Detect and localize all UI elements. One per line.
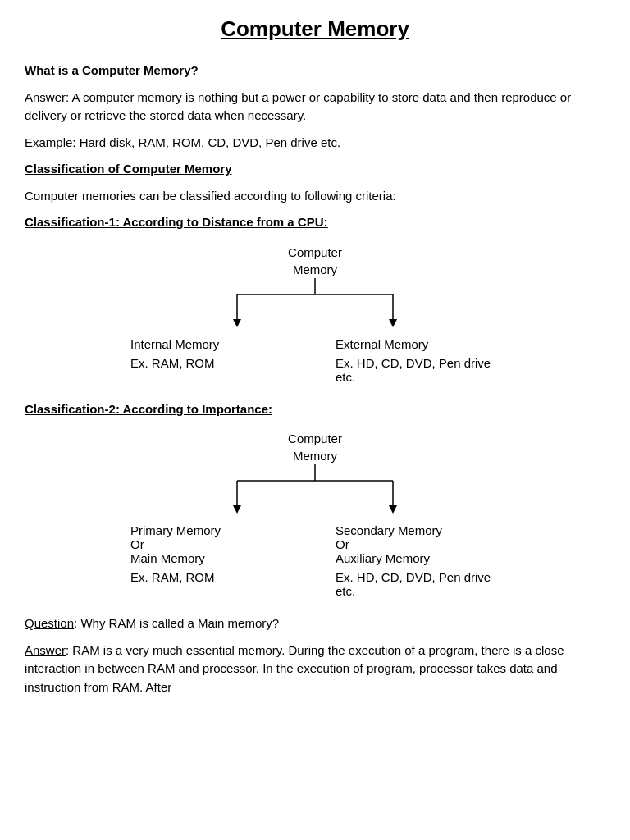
diagram-1: ComputerMemory Internal Memory Ex. RAM, … <box>25 244 605 384</box>
what-is-question: What is a Computer Memory? <box>25 62 605 80</box>
answer-text-1: : A computer memory is nothing but a pow… <box>25 90 571 123</box>
question-ram: Question: Why RAM is called a Main memor… <box>25 614 605 633</box>
class1-label2: : According to Distance from a CPU: <box>116 215 328 229</box>
diagram-1-left-title: Internal Memory <box>130 337 219 351</box>
diagram-1-left-example: Ex. RAM, ROM <box>130 356 215 370</box>
diagram-1-left: Internal Memory Ex. RAM, ROM <box>130 337 294 384</box>
diagram-2-leaves: Primary Memory Or Main Memory Ex. RAM, R… <box>110 523 520 598</box>
svg-marker-10 <box>233 505 241 514</box>
diagram-2-left: Primary Memory Or Main Memory Ex. RAM, R… <box>130 523 294 598</box>
diagram-2-connector <box>159 464 471 522</box>
answer-text-2: : RAM is a very much essential memory. D… <box>25 643 564 694</box>
diagram-2-left-title: Primary Memory Or Main Memory <box>130 523 221 565</box>
class1-label1: Classification-1 <box>25 215 116 229</box>
diagram-2-right-title: Secondary Memory Or Auxiliary Memory <box>336 523 442 565</box>
classification-heading: Classification of Computer Memory <box>25 160 605 179</box>
answer-label-1: Answer <box>25 90 66 104</box>
what-is-label: What is a Computer Memory? <box>25 63 199 77</box>
diagram-1-right: External Memory Ex. HD, CD, DVD, Pen dri… <box>336 337 500 384</box>
question-label: Question <box>25 616 74 630</box>
svg-marker-5 <box>389 319 397 327</box>
page-title: Computer Memory <box>25 16 605 42</box>
diagram-2-right-example: Ex. HD, CD, DVD, Pen drive etc. <box>336 570 500 598</box>
class2-label1: Classification-2 <box>25 402 116 416</box>
diagram-2-left-example: Ex. RAM, ROM <box>130 570 215 584</box>
diagram-2-root: ComputerMemory <box>288 430 342 464</box>
diagram-1-leaves: Internal Memory Ex. RAM, ROM External Me… <box>110 337 520 384</box>
answer-label-2: Answer <box>25 643 66 657</box>
diagram-1-right-example: Ex. HD, CD, DVD, Pen drive etc. <box>336 356 500 384</box>
what-is-answer: Answer: A computer memory is nothing but… <box>25 89 605 126</box>
svg-marker-4 <box>233 319 241 327</box>
classification-1-heading: Classification-1: According to Distance … <box>25 213 605 232</box>
diagram-2-right: Secondary Memory Or Auxiliary Memory Ex.… <box>336 523 500 598</box>
class2-label2: : According to Importance: <box>116 402 272 416</box>
classification-main-label: Classification of Computer Memory <box>25 162 232 176</box>
diagram-1-connector <box>159 278 471 336</box>
classification-intro-text: Computer memories can be classified acco… <box>25 187 605 206</box>
answer-ram: Answer: RAM is a very much essential mem… <box>25 641 605 697</box>
example-text-1: Example: Hard disk, RAM, ROM, CD, DVD, P… <box>25 134 605 153</box>
classification-2-heading: Classification-2: According to Importanc… <box>25 400 605 419</box>
diagram-2: ComputerMemory Primary Memory Or Main Me… <box>25 430 605 598</box>
diagram-1-right-title: External Memory <box>336 337 428 351</box>
question-text: : Why RAM is called a Main memory? <box>74 616 279 630</box>
svg-marker-11 <box>389 505 397 514</box>
diagram-1-root: ComputerMemory <box>288 244 342 278</box>
